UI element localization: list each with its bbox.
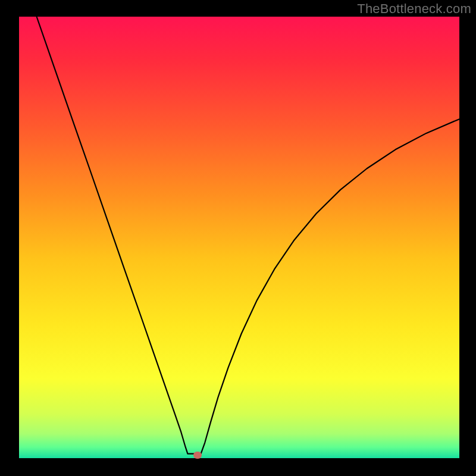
bottleneck-curve — [37, 17, 459, 454]
chart-frame: TheBottleneck.com — [0, 0, 476, 476]
bottleneck-marker — [193, 452, 202, 459]
curve-layer — [0, 0, 476, 476]
watermark-text: TheBottleneck.com — [357, 1, 471, 17]
